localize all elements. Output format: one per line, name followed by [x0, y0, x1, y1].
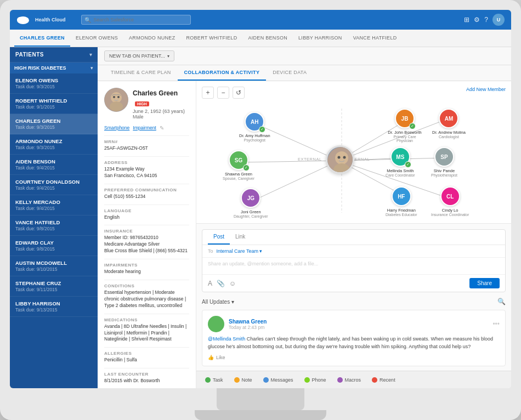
feed-author-block: Shawna Green Today at 2:43 pm — [229, 319, 267, 330]
patient-list-item[interactable]: ARMONDO NUNEZ Task due: 9/3/2015 — [10, 134, 98, 155]
patient-tab-libby-harrison[interactable]: LIBBY HARRISON — [293, 30, 348, 47]
new-tab-button[interactable]: NEW TAB ON PATIENT... ▾ — [104, 50, 174, 61]
network-toolbar: + − ↺ — [202, 87, 506, 99]
post-input[interactable]: Share an update, @mention someone, add a… — [202, 258, 505, 274]
member-node-harry-friedman[interactable]: HF Harry Friedman Diabetes Educator — [386, 186, 417, 217]
attachment-icon[interactable]: 📎 — [217, 280, 225, 287]
messages-dot — [263, 377, 269, 383]
patient-list-item[interactable]: ELENOR OWENS Task due: 9/3/2015 — [10, 73, 98, 94]
patient-tab-charles-green[interactable]: CHARLES GREEN — [14, 30, 70, 47]
toolbar-note[interactable]: Note — [230, 375, 257, 385]
svg-point-7 — [117, 96, 120, 98]
toolbar-phone[interactable]: Phone — [300, 375, 331, 385]
patient-tab-aiden-benson[interactable]: AIDEN BENSON — [242, 30, 293, 47]
svg-point-6 — [113, 96, 115, 98]
content-tabs-bar: TIMELINE & CARE PLAN COLLABORATION & ACT… — [98, 65, 511, 81]
bottom-toolbar: Task Note Messages — [196, 371, 511, 388]
refresh-button[interactable]: ↺ — [233, 87, 245, 99]
check-badge: ✓ — [259, 126, 265, 133]
edit-icon[interactable]: ✎ — [160, 125, 164, 131]
post-type-tabs: Post Link — [202, 230, 505, 245]
sidebar-filter[interactable]: HIGH RISK DIABETES ▾ — [10, 63, 98, 73]
help-icon[interactable]: ? — [484, 16, 488, 24]
post-to-dropdown[interactable]: Internal Care Team ▾ — [217, 248, 262, 254]
add-member-button[interactable]: Add New Member — [466, 87, 506, 92]
phone-dot — [304, 377, 310, 383]
patient-list-item[interactable]: EDWARD CLAY Task due: 9/8/2015 — [10, 236, 98, 256]
patient-list-item[interactable]: STEPHANIE CRUZ Task due: 9/11/2015 — [10, 276, 98, 297]
patient-tab-robert-whitfield[interactable]: ROBERT WHITFIELD — [180, 30, 242, 47]
patient-list-item[interactable]: VANCE HATFIELD Task due: 9/8/2015 — [10, 215, 98, 236]
patient-tab-vance-hatfield[interactable]: VANCE HATFIELD — [348, 30, 403, 47]
emoji-icon[interactable]: ☺ — [229, 280, 236, 287]
sidebar-title: PATIENTS — [15, 52, 44, 58]
member-node-andrew-molina[interactable]: AM Dr. Andrew Molina Cardiologist — [432, 109, 466, 139]
patient-list-item[interactable]: ROBERT WHITFIELD Task due: 9/1/2015 — [10, 94, 98, 114]
user-avatar[interactable]: U — [492, 14, 505, 26]
member-node-cindy-lo[interactable]: CL Cindy Lo Insurance Coordinator — [431, 186, 469, 217]
text-format-icon[interactable]: A — [208, 280, 212, 287]
link-tab[interactable]: Link — [230, 230, 251, 245]
feed-author-name[interactable]: Shawna Green — [229, 319, 267, 325]
toolbar-task[interactable]: Task — [201, 375, 228, 385]
member-node-shiv-pande[interactable]: SP Shiv Pande Physiotherapist — [431, 147, 457, 177]
zoom-in-button[interactable]: + — [202, 87, 214, 99]
patient-list-item-active[interactable]: CHARLES GREEN Task due: 9/3/2015 — [10, 114, 98, 134]
like-action[interactable]: Like — [216, 355, 225, 360]
monitor-base — [195, 410, 326, 420]
thumb-icon: 👍 — [208, 355, 214, 360]
tab-collaboration-activity[interactable]: COLLABORATION & ACTIVITY — [178, 65, 267, 81]
member-node-amy-huffman[interactable]: AH ✓ Dr. Amy Huffman Psychologist — [239, 112, 270, 142]
toolbar-recent[interactable]: Recent — [367, 375, 400, 385]
grid-icon[interactable]: ⊞ — [464, 16, 469, 24]
tab-device-data[interactable]: DEVICE DATA — [266, 65, 313, 81]
address-section: ADDRESS 1234 Example Way San Francisco, … — [104, 156, 189, 179]
patient-avatar — [104, 88, 128, 112]
macros-dot — [337, 377, 343, 383]
patient-list-item[interactable]: LIBBY HARRISON Task due: 9/13/2015 — [10, 297, 98, 317]
search-input[interactable] — [81, 15, 191, 25]
sidebar-dropdown-icon[interactable]: ▾ — [89, 52, 92, 58]
member-node-joni-green[interactable]: JG Joni Green Daughter, Caregiver — [234, 188, 268, 218]
settings-icon[interactable]: ⚙ — [474, 16, 480, 24]
member-avatar-shiv-pande: SP — [434, 147, 454, 167]
patient-list-item[interactable]: AUSTIN MCDOWELL Task due: 9/10/2015 — [10, 256, 98, 276]
toolbar-macros[interactable]: Macros — [333, 375, 366, 385]
patient-list-item[interactable]: KELLY MERCADO Task due: 9/4/2015 — [10, 195, 98, 215]
phone-label: Phone — [312, 377, 326, 383]
patient-list-item[interactable]: AIDEN BENSON Task due: 9/4/2015 — [10, 155, 98, 175]
patient-tab-armondo-nunez[interactable]: ARMONDO NUNEZ — [123, 30, 180, 47]
post-tab[interactable]: Post — [208, 230, 230, 245]
member-avatar-cindy-lo: CL — [440, 186, 460, 206]
content-area: NEW TAB ON PATIENT... ▾ TIMELINE & CARE … — [98, 47, 511, 388]
task-label: Task — [213, 377, 223, 383]
top-navigation: Health Cloud 🔍 ⊞ ⚙ ? U — [10, 10, 511, 30]
feed-item-menu-icon[interactable]: ••• — [492, 320, 500, 328]
smartphone-link[interactable]: Smartphone — [104, 125, 129, 131]
patient-profile-header: Charles Green HIGH June 2, 1952 (63 year… — [104, 88, 189, 120]
impairment-link[interactable]: Impairment — [133, 125, 156, 131]
patient-tabs-bar: CHARLES GREEN ELENOR OWENS ARMONDO NUNEZ… — [10, 30, 511, 47]
patient-list-item[interactable]: COURTNEY DONALDSON Task due: 9/4/2015 — [10, 175, 98, 195]
member-node-john-bosworth[interactable]: JB ✓ Dr. John Bosworth Primary Care Phys… — [386, 109, 424, 143]
post-box: Post Link To Internal Care Team ▾ — [202, 229, 506, 292]
zoom-out-button[interactable]: − — [217, 87, 229, 99]
feed-item-header: Shawna Green Today at 2:43 pm ••• — [208, 316, 500, 332]
share-button[interactable]: Share — [469, 278, 500, 288]
main-layout: PATIENTS ▾ HIGH RISK DIABETES ▾ ELENOR O… — [10, 47, 511, 388]
member-node-shawna-green[interactable]: SG ✓ Shawna Green Spouse, Caregiver — [223, 150, 254, 180]
messages-label: Messages — [271, 377, 293, 383]
feed-filter-dropdown[interactable]: All Updates ▾ — [202, 299, 234, 305]
last-encounter-section: LAST ENCOUNTER 8/1/2015 with Dr. Boswort… — [104, 368, 189, 384]
patient-tab-elenor-owens[interactable]: ELENOR OWENS — [70, 30, 123, 47]
network-section: + − ↺ Add New Member — [196, 81, 511, 224]
svg-point-21 — [338, 156, 341, 159]
top-nav-icons: ⊞ ⚙ ? U — [464, 14, 505, 26]
member-node-mellinda-smith[interactable]: MS ✓ Mellinda Smith Care Coordinator — [386, 147, 415, 177]
svg-point-1 — [17, 17, 24, 22]
feed-filter-bar: All Updates ▾ 🔍 — [202, 298, 506, 305]
toolbar-messages[interactable]: Messages — [259, 375, 298, 385]
feed-search-icon[interactable]: 🔍 — [497, 298, 506, 305]
allergies-section: ALLERGIES Penicillin | Sulfa — [104, 347, 189, 364]
tab-timeline-care-plan[interactable]: TIMELINE & CARE PLAN — [104, 65, 178, 81]
